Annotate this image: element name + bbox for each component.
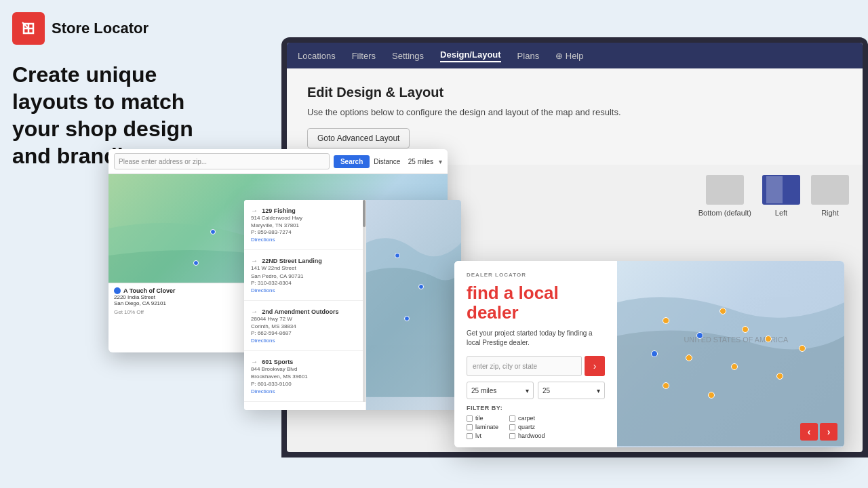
screenshot-list: → 129 Fishing 914 Calderwood Hwy Maryvil… bbox=[244, 200, 461, 410]
li1-city: Maryville, TN 37801 bbox=[251, 222, 359, 229]
dealer-heading-line1: find a local bbox=[467, 283, 605, 303]
li1-phone: P: 859-883-7274 bbox=[251, 229, 359, 235]
layout-option-bottom[interactable]: Bottom (default) bbox=[698, 175, 751, 217]
screenshot-dealer: DEALER LOCATOR find a local dealer Get y… bbox=[454, 261, 844, 447]
nav-plans[interactable]: Plans bbox=[517, 51, 540, 61]
dealer-prev-button[interactable]: ‹ bbox=[800, 423, 818, 441]
li3-name: 2nd Amendment Outdoors bbox=[262, 308, 338, 315]
nav-locations[interactable]: Locations bbox=[298, 51, 336, 61]
dealer-pin bbox=[731, 363, 738, 370]
map-search-input[interactable]: Please enter address or zip... bbox=[114, 153, 330, 169]
li4-address: 844 Brookway Blvd bbox=[251, 365, 359, 373]
dealer-filters: tile laminate lvt carpet quart bbox=[467, 415, 605, 439]
laminate-checkbox[interactable] bbox=[467, 424, 473, 430]
li1-name: 129 Fishing bbox=[262, 207, 296, 214]
dealer-next-button[interactable]: › bbox=[820, 423, 837, 441]
dealer-description: Get your project started today by findin… bbox=[467, 329, 605, 348]
li4-directions[interactable]: Directions bbox=[251, 388, 359, 394]
li2-address: 141 W 22nd Street bbox=[251, 264, 359, 272]
list-arrow-icon: → bbox=[251, 257, 258, 264]
list-map-pin bbox=[418, 284, 424, 289]
layout-options: Bottom (default) Left Right bbox=[698, 175, 849, 217]
dealer-nav-buttons: ‹ › bbox=[800, 423, 837, 441]
dealer-distance-select[interactable]: 25 miles▾ bbox=[467, 382, 534, 399]
filter-label: FILTER BY: bbox=[467, 405, 605, 411]
dealer-pin-blue bbox=[696, 332, 703, 339]
lvt-checkbox[interactable] bbox=[467, 433, 473, 439]
li3-city: Corinth, MS 38834 bbox=[251, 323, 359, 330]
list-arrow-icon: → bbox=[251, 308, 258, 315]
li4-name: 601 Sports bbox=[262, 359, 293, 365]
tile-label: tile bbox=[475, 415, 484, 422]
dealer-pin bbox=[719, 308, 726, 314]
carpet-checkbox[interactable] bbox=[509, 415, 515, 422]
dealer-pin bbox=[708, 392, 715, 399]
nav-design-layout[interactable]: Design/Layout bbox=[440, 49, 501, 62]
li3-phone: P: 662-594-8687 bbox=[251, 330, 359, 336]
brand-logo-icon bbox=[12, 12, 45, 45]
quartz-label: quartz bbox=[518, 424, 535, 430]
dealer-heading: find a local dealer bbox=[467, 283, 605, 322]
filter-lvt[interactable]: lvt bbox=[467, 432, 498, 439]
li4-city: Brookhaven, MS 39601 bbox=[251, 373, 359, 380]
hardwood-checkbox[interactable] bbox=[509, 433, 515, 439]
layout-option-left[interactable]: Left bbox=[762, 175, 800, 217]
dealer-search-input[interactable]: enter zip, city or state bbox=[467, 356, 582, 376]
hardwood-label: hardwood bbox=[518, 432, 545, 439]
dealer-pin bbox=[799, 345, 806, 352]
tile-checkbox[interactable] bbox=[467, 415, 473, 422]
dealer-map: UNITED STATES OF AMERICA ‹ › bbox=[617, 261, 844, 447]
app-title: Edit Design & Layout bbox=[307, 85, 842, 100]
dealer-search-button[interactable]: › bbox=[585, 356, 605, 376]
quartz-checkbox[interactable] bbox=[509, 424, 515, 430]
dealer-pin bbox=[765, 336, 772, 342]
dealer-pin bbox=[663, 382, 669, 389]
layout-box-bottom bbox=[706, 175, 744, 205]
nav-settings[interactable]: Settings bbox=[392, 51, 424, 61]
list-entry-3[interactable]: → 2nd Amendment Outdoors 28044 Hwy 72 W … bbox=[244, 301, 366, 351]
li3-address: 28044 Hwy 72 W bbox=[251, 315, 359, 323]
filter-hardwood[interactable]: hardwood bbox=[509, 432, 545, 439]
dealer-pin bbox=[686, 354, 692, 361]
list-entry-1[interactable]: → 129 Fishing 914 Calderwood Hwy Maryvil… bbox=[244, 200, 366, 250]
list-entry-2[interactable]: → 22ND Street Landing 141 W 22nd Street … bbox=[244, 250, 366, 300]
li2-phone: P: 310-832-8304 bbox=[251, 280, 359, 286]
layout-option-right[interactable]: Right bbox=[811, 175, 849, 217]
nav-help[interactable]: ⊕ Help bbox=[555, 51, 583, 61]
list-results: → 129 Fishing 914 Calderwood Hwy Maryvil… bbox=[244, 200, 366, 410]
dealer-search-row: enter zip, city or state › bbox=[467, 356, 605, 376]
filter-laminate[interactable]: laminate bbox=[467, 424, 498, 430]
li2-name: 22ND Street Landing bbox=[262, 258, 322, 264]
filter-carpet[interactable]: carpet bbox=[509, 415, 545, 422]
list-scrollbar-thumb bbox=[363, 200, 366, 227]
li2-directions[interactable]: Directions bbox=[251, 287, 359, 293]
list-map-pin bbox=[404, 316, 410, 321]
dealer-selects: 25 miles▾ 25▾ bbox=[467, 382, 605, 399]
app-nav: Locations Filters Settings Design/Layout… bbox=[287, 43, 863, 68]
carpet-label: carpet bbox=[518, 415, 535, 422]
nav-filters[interactable]: Filters bbox=[352, 51, 376, 61]
filter-col-right: carpet quartz hardwood bbox=[509, 415, 545, 439]
filter-quartz[interactable]: quartz bbox=[509, 424, 545, 430]
map-pin bbox=[193, 260, 199, 266]
li1-address: 914 Calderwood Hwy bbox=[251, 214, 359, 222]
layout-label-left: Left bbox=[775, 209, 787, 217]
dealer-count-select[interactable]: 25▾ bbox=[538, 382, 605, 399]
card1-name: A Touch of Clover bbox=[123, 287, 176, 294]
map-pin bbox=[210, 229, 216, 235]
app-subtitle: Use the options below to configure the d… bbox=[307, 107, 842, 117]
map-distance-value[interactable]: 25 miles bbox=[408, 158, 433, 165]
filter-col-left: tile laminate lvt bbox=[467, 415, 498, 439]
li1-directions[interactable]: Directions bbox=[251, 237, 359, 243]
dealer-heading-line2: dealer bbox=[467, 303, 605, 323]
brand-name: Store Locator bbox=[52, 20, 149, 37]
list-entry-4[interactable]: → 601 Sports 844 Brookway Blvd Brookhave… bbox=[244, 351, 366, 401]
filter-tile[interactable]: tile bbox=[467, 415, 498, 422]
dealer-pin bbox=[663, 317, 669, 324]
advanced-layout-button[interactable]: Goto Advanced Layout bbox=[307, 128, 410, 148]
dealer-panel: DEALER LOCATOR find a local dealer Get y… bbox=[454, 261, 617, 447]
map-distance-chevron: ▾ bbox=[439, 158, 442, 165]
li3-directions[interactable]: Directions bbox=[251, 338, 359, 344]
map-search-button[interactable]: Search bbox=[334, 155, 370, 168]
list-scrollbar[interactable] bbox=[363, 200, 366, 402]
